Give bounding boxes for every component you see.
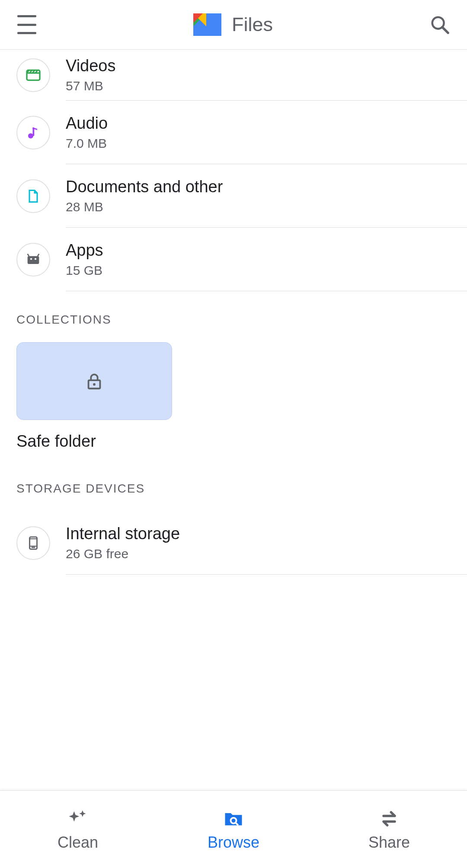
share-icon: [378, 808, 400, 830]
lock-icon: [84, 371, 104, 391]
section-storage: STORAGE DEVICES: [0, 451, 467, 496]
category-documents[interactable]: Documents and other 28 MB: [0, 164, 467, 228]
audio-icon: [16, 116, 50, 149]
svg-point-8: [35, 258, 36, 260]
nav-label: Clean: [58, 833, 98, 852]
collection-label: Safe folder: [16, 432, 172, 451]
category-videos[interactable]: Videos 57 MB: [0, 50, 467, 101]
bottom-nav: Clean Browse Share: [0, 790, 467, 868]
svg-point-7: [30, 258, 32, 260]
nav-share[interactable]: Share: [311, 791, 467, 868]
category-title: Documents and other: [66, 178, 467, 196]
svg-rect-6: [28, 256, 39, 264]
svg-line-1: [442, 27, 448, 33]
sparkle-icon: [67, 808, 89, 830]
videos-icon: [16, 58, 50, 92]
category-size: 7.0 MB: [66, 136, 467, 151]
nav-label: Share: [368, 833, 410, 852]
apps-icon: [16, 243, 50, 277]
storage-sub: 26 GB free: [66, 547, 467, 561]
documents-icon: [16, 179, 50, 213]
content-area: Videos 57 MB Audio 7.0 MB Documents and …: [0, 50, 467, 790]
app-header: Files: [0, 0, 467, 50]
safe-folder-tile[interactable]: [16, 342, 172, 420]
folder-search-icon: [222, 808, 245, 830]
section-collections: COLLECTIONS: [0, 291, 467, 327]
search-icon: [430, 15, 450, 35]
storage-internal[interactable]: Internal storage 26 GB free: [0, 511, 467, 575]
svg-point-4: [28, 133, 33, 138]
storage-title: Internal storage: [66, 525, 467, 543]
category-audio[interactable]: Audio 7.0 MB: [0, 101, 467, 164]
app-title: Files: [232, 13, 273, 36]
svg-point-10: [93, 383, 96, 386]
search-button[interactable]: [430, 15, 450, 35]
nav-label: Browse: [208, 833, 259, 852]
category-size: 15 GB: [66, 263, 467, 278]
category-apps[interactable]: Apps 15 GB: [0, 228, 467, 291]
menu-button[interactable]: [17, 15, 36, 34]
category-title: Videos: [66, 57, 467, 75]
category-title: Audio: [66, 114, 467, 133]
category-size: 57 MB: [66, 79, 467, 93]
files-app-icon: [193, 13, 221, 36]
brand: Files: [36, 13, 430, 36]
nav-clean[interactable]: Clean: [0, 791, 156, 868]
collection-safe-folder: Safe folder: [16, 342, 172, 451]
category-size: 28 MB: [66, 200, 467, 214]
nav-browse[interactable]: Browse: [156, 791, 311, 868]
category-title: Apps: [66, 241, 467, 260]
phone-icon: [16, 526, 50, 560]
